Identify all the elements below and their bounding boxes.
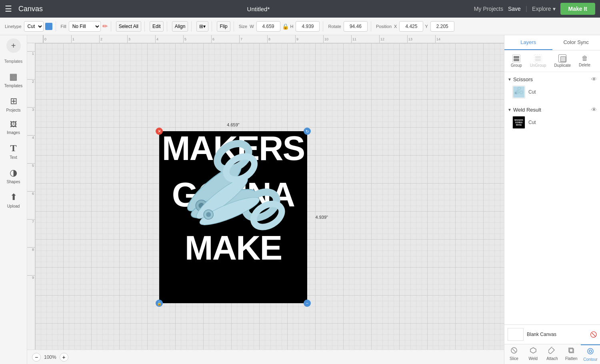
handle-scale[interactable]: ↔ bbox=[304, 300, 311, 307]
images-label: Images bbox=[7, 130, 20, 135]
sidebar-item-shapes[interactable]: ◑ Shapes bbox=[2, 164, 26, 187]
sidebar-item-text[interactable]: T Text bbox=[2, 140, 26, 163]
topbar: ☰ Canvas Untitled* My Projects Save | Ex… bbox=[0, 0, 600, 18]
group-icon bbox=[512, 54, 520, 62]
sidebar-item-projects[interactable]: ⊞ Projects bbox=[2, 93, 26, 116]
pen-icon: ✏ bbox=[102, 22, 108, 30]
sidebar-item-new-label: Templates bbox=[2, 56, 26, 67]
zoom-in-button[interactable]: + bbox=[60, 353, 68, 362]
projects-icon: ⊞ bbox=[10, 96, 17, 106]
explore-button[interactable]: Explore ▾ bbox=[532, 6, 555, 12]
weld-visibility-icon[interactable]: 👁 bbox=[591, 106, 597, 113]
size-group: Size W 4.659 🔒 H 4.939 bbox=[239, 21, 324, 32]
position-group: Position X 4.425 Y 2.205 bbox=[376, 21, 458, 32]
svg-point-16 bbox=[520, 90, 524, 94]
contour-label: Contour bbox=[583, 357, 598, 362]
flip-group: Flip bbox=[217, 21, 234, 32]
ruler-vertical: 1 2 3 4 5 6 7 8 9 bbox=[27, 43, 35, 350]
fill-select[interactable]: No Fill bbox=[69, 21, 101, 32]
handle-lock[interactable]: 🔒 bbox=[156, 300, 163, 307]
align-button[interactable]: Align bbox=[172, 21, 188, 32]
rotate-group: Rotate 94.46 bbox=[328, 21, 371, 32]
panel-spacer bbox=[504, 133, 600, 324]
edit-group: Edit bbox=[150, 21, 167, 32]
delete-label: Delete bbox=[579, 63, 590, 67]
position-label: Position bbox=[376, 24, 392, 29]
scissors-visibility-icon[interactable]: 👁 bbox=[591, 76, 597, 82]
canvas[interactable]: 4.659" 4.939" MAKERS GONNA MAKE bbox=[35, 43, 504, 350]
text-gonna: GONNA bbox=[159, 178, 307, 212]
blank-canvas-visibility-icon[interactable]: 🚫 bbox=[590, 331, 597, 338]
flatten-icon bbox=[568, 347, 575, 356]
size-w-input[interactable]: 4.659 bbox=[256, 21, 280, 32]
rotate-label: Rotate bbox=[328, 24, 341, 29]
ungroup-label: UnGroup bbox=[530, 63, 546, 68]
size-label: Size bbox=[239, 24, 247, 29]
size-h-label: H bbox=[290, 24, 294, 29]
ungroup-icon bbox=[534, 54, 542, 62]
svg-point-22 bbox=[588, 348, 593, 354]
height-measurement: 4.939" bbox=[316, 215, 328, 220]
tab-color-sync[interactable]: Color Sync bbox=[552, 35, 600, 50]
weld-layer-item[interactable]: MAKERSGONNAMAKE Cut bbox=[504, 114, 600, 130]
handle-rotate[interactable]: ↻ bbox=[304, 128, 311, 135]
blank-canvas-label: Blank Canvas bbox=[527, 332, 556, 337]
linetype-label: Linetype bbox=[5, 24, 22, 29]
delete-icon: 🗑 bbox=[582, 55, 588, 62]
group-label: Group bbox=[511, 63, 522, 68]
handle-delete[interactable]: ✕ bbox=[156, 128, 163, 135]
duplicate-icon bbox=[558, 54, 566, 62]
my-projects-link[interactable]: My Projects bbox=[474, 6, 503, 12]
duplicate-tool[interactable]: Duplicate bbox=[551, 53, 574, 69]
linetype-group: Linetype Cut bbox=[5, 21, 56, 32]
linetype-color bbox=[45, 23, 52, 30]
blank-canvas-row[interactable]: Blank Canvas 🚫 bbox=[504, 325, 600, 344]
flip-button[interactable]: Flip bbox=[217, 21, 230, 32]
new-button[interactable]: + bbox=[6, 38, 21, 53]
linetype-select[interactable]: Cut bbox=[24, 21, 44, 32]
combine-button[interactable]: ⊞▾ bbox=[196, 21, 208, 32]
group-tool[interactable]: Group bbox=[508, 53, 525, 69]
design-element[interactable]: 4.659" 4.939" MAKERS GONNA MAKE bbox=[159, 131, 307, 303]
ungroup-tool[interactable]: UnGroup bbox=[527, 53, 550, 69]
scissors-thumb bbox=[512, 86, 525, 98]
size-h-input[interactable]: 4.939 bbox=[296, 21, 320, 32]
sidebar-item-templates[interactable]: ▦ Templates bbox=[2, 68, 26, 91]
save-button[interactable]: Save bbox=[508, 6, 521, 12]
attach-action[interactable]: Attach bbox=[543, 344, 562, 364]
slice-label: Slice bbox=[510, 356, 518, 361]
select-all-button[interactable]: Select All bbox=[116, 21, 141, 32]
weld-section-header[interactable]: ▼ Weld Result 👁 bbox=[504, 105, 600, 114]
slice-action[interactable]: Slice bbox=[504, 344, 524, 364]
scissors-layer-item[interactable]: Cut bbox=[504, 84, 600, 100]
document-title: Untitled* bbox=[49, 6, 468, 12]
panel-toolbar: Group UnGroup Duplicate 🗑 Delete bbox=[504, 50, 600, 72]
y-input[interactable]: 2.205 bbox=[430, 21, 454, 32]
weld-label: Weld bbox=[528, 356, 538, 361]
design-content: MAKERS GONNA MAKE bbox=[159, 131, 307, 303]
flatten-action[interactable]: Flatten bbox=[562, 344, 581, 364]
weld-action[interactable]: Weld bbox=[524, 344, 543, 364]
contour-action[interactable]: Contour bbox=[581, 344, 600, 364]
zoom-level: 100% bbox=[44, 354, 56, 360]
app-logo: Canvas bbox=[18, 5, 43, 13]
make-it-button[interactable]: Make It bbox=[560, 3, 595, 15]
rotate-input[interactable]: 94.46 bbox=[344, 21, 368, 32]
scissors-item-label: Cut bbox=[528, 89, 536, 95]
zoom-out-button[interactable]: − bbox=[32, 353, 41, 362]
sidebar-item-upload[interactable]: ⬆ Upload bbox=[2, 189, 26, 212]
scissors-section-header[interactable]: ▼ Scissors 👁 bbox=[504, 74, 600, 84]
text-icon: T bbox=[10, 143, 16, 154]
menu-icon[interactable]: ☰ bbox=[5, 4, 12, 14]
edit-button[interactable]: Edit bbox=[150, 21, 164, 32]
images-icon: 🖼 bbox=[10, 120, 17, 129]
align-group: Align bbox=[172, 21, 192, 32]
tab-layers[interactable]: Layers bbox=[504, 35, 552, 50]
delete-tool[interactable]: 🗑 Delete bbox=[576, 53, 594, 69]
sidebar-item-images[interactable]: 🖼 Images bbox=[2, 117, 26, 138]
right-panel: Layers Color Sync Group UnGroup bbox=[504, 35, 600, 364]
contour-icon bbox=[587, 348, 594, 356]
x-input[interactable]: 4.425 bbox=[399, 21, 423, 32]
blank-canvas-section: Blank Canvas 🚫 bbox=[504, 324, 600, 344]
bottom-actions: Slice Weld Attach bbox=[504, 344, 600, 364]
